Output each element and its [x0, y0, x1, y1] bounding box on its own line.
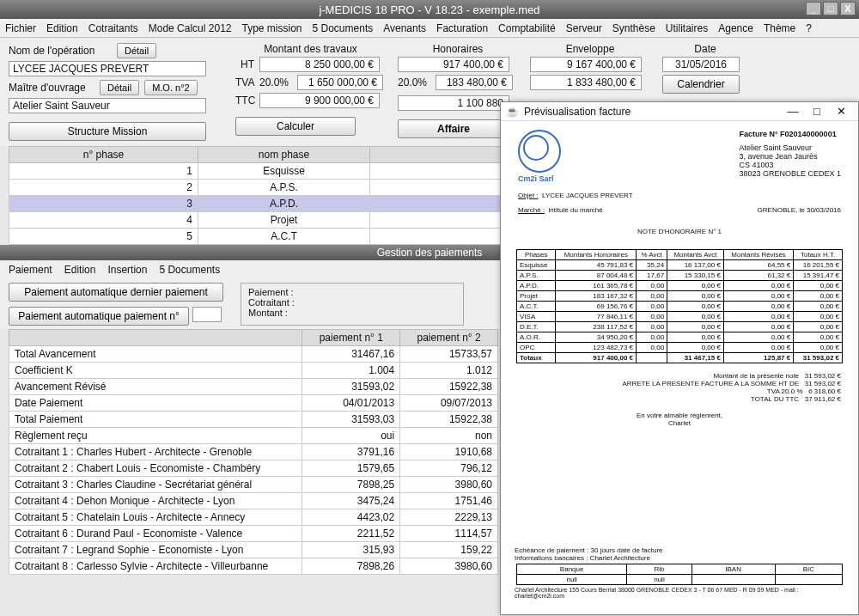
- paymenu-insertion[interactable]: Insertion: [107, 264, 147, 276]
- menu-edition[interactable]: Edition: [46, 22, 78, 34]
- java-icon: ☕: [506, 106, 519, 118]
- phase-col-num: n° phase: [9, 147, 198, 163]
- window-titlebar: j-MEDICIS 18 PRO - V 18.23 - exemple.med…: [0, 0, 859, 19]
- phase-col-name: nom phase: [198, 147, 370, 163]
- invoice-table: PhasesMontants Honoraires% AvctMontants …: [516, 249, 843, 363]
- date-title: Date: [662, 43, 748, 55]
- travaux-tva: 1 650 000,00 €: [297, 75, 383, 90]
- objet-label: Objet :: [518, 192, 539, 199]
- paybox-cotraitant: Cotraitant :: [248, 297, 456, 308]
- maximize-button[interactable]: □: [823, 2, 838, 15]
- paymenu-5 documents[interactable]: 5 Documents: [159, 264, 220, 276]
- tva-label: TVA: [235, 76, 254, 88]
- signature-line2: Charlet: [501, 419, 858, 427]
- travaux-tva-rate: 20.0%: [259, 76, 292, 88]
- window-title: j-MEDICIS 18 PRO - V 18.23 - exemple.med: [319, 3, 539, 16]
- invoice-footer: Charlet Architecture 155 Cours Berriat 3…: [515, 587, 844, 599]
- payment-row[interactable]: Date Paiement04/01/201309/07/2013: [9, 395, 498, 412]
- calculer-button[interactable]: Calculer: [235, 117, 356, 136]
- paymenu-paiement[interactable]: Paiement: [9, 264, 52, 276]
- preview-minimize-button[interactable]: —: [781, 105, 805, 118]
- operation-name-field[interactable]: LYCEE JACQUES PREVERT: [9, 61, 206, 76]
- invoice-address: Atelier Saint Sauveur3, avenue Jean Jaur…: [739, 143, 841, 178]
- invoice-preview-window: ☕ Prévisualisation facture — □ ✕ Cm2i Sa…: [500, 101, 859, 615]
- payment-row[interactable]: Cotraitant 3 : Charles Claudine - Secrét…: [9, 477, 498, 493]
- company-logo-icon: [518, 130, 561, 173]
- payment-row[interactable]: Cotraitant 2 : Chabert Louis - Economist…: [9, 460, 498, 477]
- bank-info-label: Informations bancaires : Charlet Archite…: [515, 554, 844, 562]
- payment-n-input[interactable]: [192, 307, 222, 322]
- menu--[interactable]: ?: [806, 22, 812, 34]
- env-tva: 1 833 480,00 €: [530, 75, 642, 90]
- invoice-place-date: GRENOBLE, le 30/03/2016: [758, 206, 841, 214]
- facture-number: F020140000001: [780, 130, 837, 138]
- payments-table[interactable]: paiement n° 1paiement n° 2 Total Avancem…: [9, 329, 498, 575]
- menu-utilitaires[interactable]: Utilitaires: [666, 22, 708, 34]
- paybox-montant: Montant :: [248, 308, 456, 318]
- env-title: Enveloppe: [530, 43, 650, 55]
- signature-line1: En votre aimable règlement,: [501, 412, 858, 419]
- ttc-label: TTC: [235, 95, 254, 107]
- preview-title: Prévisualisation facture: [524, 106, 631, 118]
- payment-row[interactable]: Coefficient K1.0041.012: [9, 363, 498, 379]
- mo-n2-button[interactable]: M.O. n°2: [144, 80, 198, 95]
- mo-detail-button[interactable]: Détail: [100, 80, 139, 95]
- payment-row[interactable]: Règlement reçuouinon: [9, 428, 498, 444]
- travaux-ht: 8 250 000,00 €: [259, 57, 380, 72]
- menu-fichier[interactable]: Fichier: [5, 22, 36, 34]
- marche-label: Marché :: [518, 206, 545, 214]
- payment-row[interactable]: Avancement Révisé31593,0215922,38: [9, 379, 498, 395]
- preview-maximize-button[interactable]: □: [805, 105, 829, 118]
- menu-cotraitants[interactable]: Cotraitants: [88, 22, 138, 34]
- env-ht: 9 167 400,00 €: [530, 57, 642, 72]
- close-button[interactable]: X: [840, 2, 856, 15]
- payment-row[interactable]: Total Paiement31593,0315922,38: [9, 412, 498, 428]
- operation-name-label: Nom de l'opération: [9, 45, 112, 57]
- menu-comptabilit-[interactable]: Comptabilité: [498, 22, 556, 34]
- menu-facturation[interactable]: Facturation: [436, 22, 488, 34]
- payment-row[interactable]: Cotraitant 8 : Carlesso Sylvie - Archite…: [9, 558, 498, 575]
- marche-value: intitulé du marché: [549, 206, 603, 214]
- payment-row[interactable]: Cotraitant 4 : Dehon Monique - Architect…: [9, 493, 498, 509]
- structure-mission-button[interactable]: Structure Mission: [9, 122, 206, 141]
- company-name: Cm2i Sarl: [518, 174, 595, 183]
- note-title: NOTE D'HONORAIRE N° 1: [518, 228, 841, 235]
- bank-table: BanqueRibIBANBICnullnull: [516, 564, 843, 585]
- payment-row[interactable]: Total Avancement31467,1615733,57: [9, 346, 498, 363]
- auto-last-payment-button[interactable]: Paiement automatique dernier paiement: [9, 283, 223, 302]
- auto-payment-n-button[interactable]: Paiement automatique paiement n°: [9, 307, 189, 326]
- travaux-ttc: 9 900 000,00 €: [259, 93, 380, 108]
- payment-row[interactable]: Cotraitant 7 : Legrand Sophie - Economis…: [9, 542, 498, 558]
- paymenu-edition[interactable]: Edition: [64, 264, 96, 276]
- invoice-summary: Montant de la présente note 31 593,02 €A…: [501, 369, 858, 406]
- hono-rate: 20.0%: [398, 76, 430, 88]
- affaire-button[interactable]: Affaire: [398, 119, 509, 138]
- calendrier-button[interactable]: Calendrier: [662, 75, 740, 94]
- menu-th-me[interactable]: Thème: [764, 22, 795, 34]
- paybox-paiement: Paiement :: [248, 287, 456, 297]
- preview-close-button[interactable]: ✕: [829, 105, 853, 118]
- hono-ht: 917 400,00 €: [398, 57, 509, 72]
- menubar: FichierEditionCotraitantsMode Calcul 201…: [0, 19, 859, 38]
- payment-row[interactable]: Cotraitant 1 : Charles Hubert - Architec…: [9, 444, 498, 460]
- operation-detail-button[interactable]: Détail: [117, 43, 156, 58]
- payment-row[interactable]: Cotraitant 5 : Chatelain Louis - Archite…: [9, 509, 498, 526]
- menu-avenants[interactable]: Avenants: [383, 22, 426, 34]
- ht-label: HT: [235, 58, 254, 70]
- hono-ttc: 1 100 880: [398, 95, 509, 111]
- date-field[interactable]: 31/05/2016: [662, 57, 740, 72]
- echeance: Echéance de paiement : 30 jours date de …: [515, 546, 844, 554]
- payment-row[interactable]: Cotraitant 6 : Durand Paul - Economiste …: [9, 526, 498, 542]
- minimize-button[interactable]: _: [806, 2, 821, 15]
- menu-synth-se[interactable]: Synthèse: [612, 22, 655, 34]
- hono-title: Honoraires: [398, 43, 518, 55]
- travaux-title: Montant des travaux: [235, 43, 386, 55]
- mo-field[interactable]: Atelier Saint Sauveur: [9, 98, 206, 113]
- menu-type-mission[interactable]: Type mission: [241, 22, 302, 34]
- menu-mode-calcul-2012[interactable]: Mode Calcul 2012: [149, 22, 232, 34]
- menu-serveur[interactable]: Serveur: [566, 22, 602, 34]
- menu-agence[interactable]: Agence: [718, 22, 753, 34]
- menu-5-documents[interactable]: 5 Documents: [313, 22, 374, 34]
- facture-label: Facture N°: [739, 130, 777, 138]
- mo-label: Maître d'ouvrage: [9, 82, 94, 94]
